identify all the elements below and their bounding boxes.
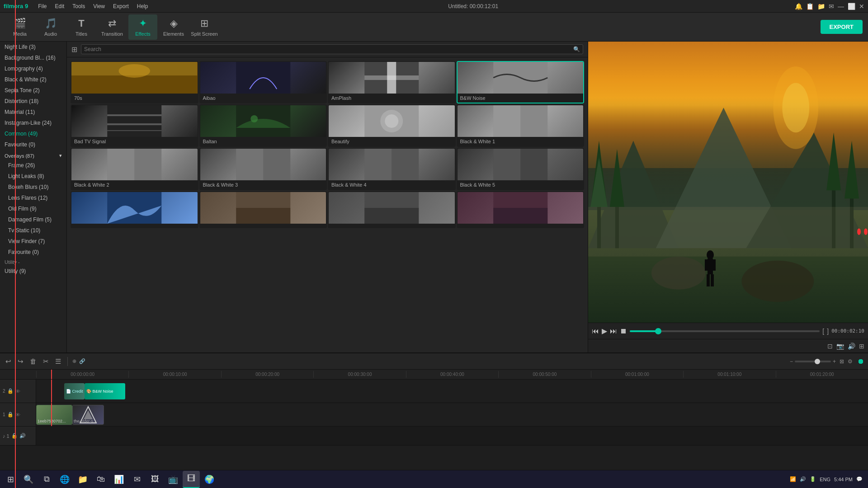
maximize-button[interactable]: ⬜: [848, 3, 855, 10]
sidebar-item-oldfilm[interactable]: Old Film (9): [0, 203, 66, 214]
effect-item-row4b[interactable]: [199, 191, 327, 228]
next-frame-button[interactable]: ⏭: [610, 327, 617, 335]
effect-item-bw5[interactable]: Black & White 5: [457, 148, 585, 190]
collapse-icon[interactable]: ▾: [59, 153, 62, 159]
taskbar-taskview[interactable]: ⧉: [38, 471, 55, 488]
export-button[interactable]: EXPORT: [821, 20, 863, 34]
effect-item-amplash[interactable]: AmPlash: [328, 61, 456, 103]
search-input[interactable]: [84, 46, 571, 52]
effect-item-bw3[interactable]: Black & White 3: [199, 148, 327, 190]
taskbar-search[interactable]: 🔍: [20, 471, 37, 488]
track-eye-icon-1[interactable]: 👁: [15, 412, 20, 418]
search-icon[interactable]: 🔍: [573, 46, 580, 52]
effect-item-bw4[interactable]: Black & White 4: [328, 148, 456, 190]
menu-tools[interactable]: Tools: [69, 2, 89, 10]
effect-item-row4d[interactable]: [457, 191, 585, 228]
battery-icon[interactable]: 🔋: [810, 476, 816, 482]
close-button[interactable]: ✕: [859, 3, 864, 10]
network-icon[interactable]: 📶: [790, 476, 796, 482]
credit-clip[interactable]: 📄 Credit: [64, 383, 85, 399]
effect-item-bwnoise[interactable]: B&W Noise: [457, 61, 585, 103]
menu-help[interactable]: Help: [133, 2, 152, 10]
language-indicator[interactable]: ENG: [820, 477, 830, 482]
audio-track-content[interactable]: [36, 427, 868, 445]
mail-icon[interactable]: ✉: [829, 3, 834, 10]
toolbar-splitscreen[interactable]: ⊞ Split Screen: [190, 14, 219, 40]
menu-view[interactable]: View: [90, 2, 108, 10]
record-button[interactable]: ⏺: [857, 357, 864, 366]
sidebar-item-damagedfilm[interactable]: Damaged Film (5): [0, 214, 66, 225]
effect-item-row4c[interactable]: [328, 191, 456, 228]
crop-icon[interactable]: ⊡: [827, 343, 833, 350]
sidebar-item-lensflares[interactable]: Lens Flares (12): [0, 192, 66, 203]
effect-item-bw1[interactable]: Black & White 1: [457, 104, 585, 147]
effect-item-beautify[interactable]: Beautify: [328, 104, 456, 147]
volume-tray-icon[interactable]: 🔊: [800, 476, 806, 482]
folder-icon[interactable]: 📁: [817, 3, 825, 10]
menu-file[interactable]: File: [34, 2, 50, 10]
sidebar-item-material[interactable]: Material (11): [0, 107, 66, 117]
toolbar-media[interactable]: 🎬 Media: [5, 14, 34, 40]
effect-item-baltan[interactable]: Baltan: [199, 104, 327, 147]
in-point-icon[interactable]: [: [822, 328, 824, 335]
track-lock-icon-2[interactable]: 🔒: [7, 388, 14, 394]
video-clip-1[interactable]: 1eeb7580702...: [36, 405, 72, 425]
play-button[interactable]: ▶: [602, 327, 607, 335]
stop-button[interactable]: ⏹: [620, 327, 627, 335]
sidebar-item-favourite[interactable]: Favourite (0): [0, 139, 66, 150]
track-eye-icon-2[interactable]: 👁: [15, 389, 20, 394]
taskbar-edge[interactable]: 🌐: [56, 471, 73, 488]
fullscreen-icon[interactable]: ⊞: [859, 343, 864, 350]
grid-view-icon[interactable]: ⊞: [71, 45, 77, 54]
sidebar-item-bokeh[interactable]: Bokeh Blurs (10): [0, 182, 66, 192]
taskbar-office[interactable]: 📊: [110, 471, 127, 488]
taskbar-chrome[interactable]: 🌍: [201, 471, 218, 488]
effect-item-row4a[interactable]: [71, 191, 198, 228]
track-add-icon[interactable]: ⊕: [72, 358, 76, 364]
clipboard-icon[interactable]: 📋: [806, 3, 814, 10]
toolbar-elements[interactable]: ◈ Elements: [159, 14, 188, 40]
sidebar-item-bw[interactable]: Black & White (2): [0, 74, 66, 85]
effect-item-aibao[interactable]: Aibao: [199, 61, 327, 103]
menu-edit[interactable]: Edit: [52, 2, 68, 10]
menu-export[interactable]: Export: [109, 2, 132, 10]
undo-button[interactable]: ↩: [4, 356, 13, 367]
taskbar-photos[interactable]: 🖼: [146, 471, 164, 488]
sidebar-item-lomography[interactable]: Lomography (4): [0, 63, 66, 74]
taskbar-filmora[interactable]: 🎞: [183, 471, 200, 488]
zoom-in-button[interactable]: +: [833, 358, 836, 365]
notify-icon[interactable]: 🔔: [795, 3, 802, 10]
notifications-icon[interactable]: 💬: [856, 476, 863, 482]
cut-button[interactable]: ✂: [41, 356, 51, 367]
toolbar-transition[interactable]: ⇄ Transition: [98, 14, 127, 40]
taskbar-store[interactable]: 🛍: [92, 471, 109, 488]
redo-button[interactable]: ↪: [16, 356, 25, 367]
volume-icon[interactable]: 🔊: [848, 343, 855, 350]
zoom-slider[interactable]: [795, 361, 831, 362]
sidebar-item-nightlife[interactable]: Night Life (3): [0, 42, 66, 52]
sidebar-item-distortion[interactable]: Distortion (18): [0, 96, 66, 107]
bwnoise-clip[interactable]: 🎨 B&W Noise: [85, 383, 125, 399]
clock[interactable]: 5:44 PM: [834, 477, 853, 482]
track-link-icon[interactable]: 🔗: [79, 358, 85, 364]
taskbar-start[interactable]: ⊞: [2, 471, 19, 488]
sidebar-item-frame[interactable]: Frame (26): [0, 160, 66, 171]
sidebar-item-utility[interactable]: Utility (9): [0, 266, 66, 277]
effect-item-badtv[interactable]: Bad TV Signal: [71, 104, 198, 147]
progress-bar[interactable]: [630, 330, 820, 332]
delete-button[interactable]: 🗑: [28, 356, 38, 367]
toolbar-titles[interactable]: T Titles: [67, 14, 96, 40]
video-clip-2[interactable]: the-elder-s...: [72, 405, 104, 425]
adjust-button[interactable]: ☰: [53, 356, 63, 367]
sidebar-item-viewfinder[interactable]: View Finder (7): [0, 236, 66, 247]
taskbar-mail[interactable]: ✉: [128, 471, 146, 488]
audio-lock-icon[interactable]: 🔒: [11, 433, 18, 439]
sidebar-item-instagram[interactable]: Instagram-Like (24): [0, 117, 66, 128]
taskbar-media[interactable]: 📺: [165, 471, 182, 488]
taskbar-explorer[interactable]: 📁: [74, 471, 91, 488]
effect-item-bw2[interactable]: Black & White 2: [71, 148, 198, 190]
sidebar-item-favourite2[interactable]: Favourite (0): [0, 247, 66, 258]
snapshot-icon[interactable]: 📷: [836, 343, 844, 350]
out-point-icon[interactable]: ]: [827, 328, 829, 335]
sidebar-item-common[interactable]: Common (49): [0, 128, 66, 139]
